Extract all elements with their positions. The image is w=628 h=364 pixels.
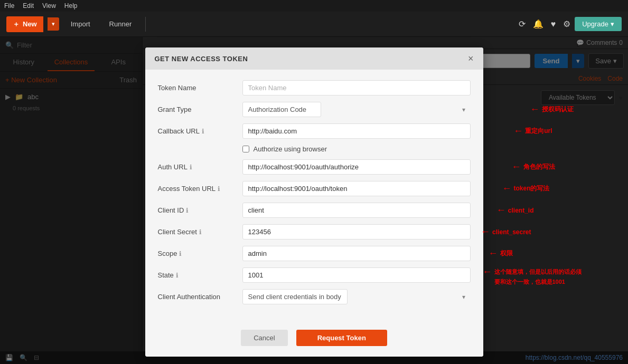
client-id-annotation: ← client_id	[496, 205, 534, 216]
modal-overlay: GET NEW ACCESS TOKEN × Token Name Grant …	[0, 37, 628, 364]
upgrade-button[interactable]: Upgrade ▾	[575, 17, 622, 31]
callback-url-label: Callback URL ℹ	[158, 127, 242, 135]
state-annotation: ← 这个随意填，但是以后用的话必须 要和这个一致，也就是1001	[483, 266, 582, 286]
cancel-button[interactable]: Cancel	[241, 330, 287, 346]
callback-url-annotation: ← 重定向url	[513, 126, 552, 137]
main-area: 🔍 History Collections APIs + New Collect…	[0, 37, 628, 364]
import-button[interactable]: Import	[63, 17, 98, 31]
content-area: 💬 Comments 0 GET Send ▾ Save ▾ Cookies C…	[143, 37, 628, 364]
client-id-label: Client ID ℹ	[158, 206, 242, 214]
client-secret-label: Client Secret ℹ	[158, 228, 242, 236]
access-token-url-annotation: ← token的写法	[502, 183, 549, 194]
auth-url-row: Auth URL ℹ ← 角色的写法	[158, 159, 471, 175]
new-dropdown-arrow[interactable]: ▾	[48, 17, 59, 31]
modal-close-button[interactable]: ×	[468, 54, 474, 63]
modal-header: GET NEW ACCESS TOKEN ×	[145, 47, 483, 70]
callback-url-row: Callback URL ℹ ← 重定向url	[158, 123, 471, 139]
runner-button[interactable]: Runner	[102, 17, 139, 31]
toolbar-divider	[145, 17, 146, 32]
menubar: File Edit View Help	[0, 0, 628, 12]
grant-type-select-wrapper: Authorization Code Implicit Password Cre…	[242, 102, 471, 117]
modal-title: GET NEW ACCESS TOKEN	[155, 55, 248, 63]
client-secret-info-icon[interactable]: ℹ	[199, 228, 202, 236]
upgrade-arrow-icon: ▾	[611, 20, 614, 28]
token-name-label: Token Name	[158, 84, 242, 92]
plus-icon: ＋	[13, 20, 20, 29]
client-id-row: Client ID ℹ ← client_id	[158, 203, 471, 218]
client-id-input[interactable]	[242, 203, 471, 218]
authorize-browser-row: Authorize using browser	[242, 145, 471, 153]
scope-annotation: ← 权限	[489, 248, 513, 259]
state-row: State ℹ ← 这个随意填，但是以后用的话必须 要和这个一致，也就是1001	[158, 267, 471, 283]
menu-view[interactable]: View	[42, 2, 56, 9]
token-name-row: Token Name	[158, 80, 471, 95]
token-name-input[interactable]	[242, 80, 471, 95]
modal-body: Token Name Grant Type Authorization Code…	[145, 70, 483, 321]
client-secret-annotation: ← client_secret	[481, 226, 531, 237]
access-token-url-input[interactable]	[242, 181, 471, 196]
grant-type-annotation: ← 授权码认证	[530, 104, 574, 115]
new-label: New	[23, 20, 37, 28]
client-secret-input[interactable]	[242, 224, 471, 240]
client-auth-select-wrapper: Send client credentials in body Send as …	[242, 289, 471, 304]
sync-icon[interactable]: ⟳	[519, 19, 526, 29]
scope-label: Scope ℹ	[158, 250, 242, 257]
state-input[interactable]	[242, 267, 471, 283]
get-new-access-token-modal: GET NEW ACCESS TOKEN × Token Name Grant …	[145, 47, 483, 357]
grant-type-row: Grant Type Authorization Code Implicit P…	[158, 102, 471, 117]
modal-footer: Cancel Request Token	[145, 321, 483, 357]
authorize-browser-label[interactable]: Authorize using browser	[254, 145, 327, 153]
authorize-browser-checkbox[interactable]	[242, 146, 249, 152]
client-auth-row: Client Authentication Send client creden…	[158, 289, 471, 304]
grant-type-select[interactable]: Authorization Code Implicit Password Cre…	[242, 102, 321, 117]
grant-type-label: Grant Type	[158, 106, 242, 113]
menu-edit[interactable]: Edit	[23, 2, 34, 9]
upgrade-label: Upgrade	[582, 20, 608, 28]
client-auth-label: Client Authentication	[158, 293, 242, 301]
state-info-icon[interactable]: ℹ	[176, 272, 179, 279]
auth-url-annotation: ← 角色的写法	[512, 161, 555, 173]
settings-icon[interactable]: ⚙	[563, 19, 570, 29]
access-token-url-info-icon[interactable]: ℹ	[218, 185, 220, 193]
callback-url-input[interactable]	[242, 123, 471, 139]
auth-url-input[interactable]	[242, 159, 471, 175]
scope-input[interactable]	[242, 246, 471, 261]
bell-icon[interactable]: 🔔	[533, 19, 543, 29]
state-label: State ℹ	[158, 271, 242, 279]
toolbar-icons: ⟳ 🔔 ♥ ⚙	[519, 19, 571, 29]
scope-info-icon[interactable]: ℹ	[179, 250, 182, 257]
access-token-url-label: Access Token URL ℹ	[158, 185, 242, 193]
menu-help[interactable]: Help	[64, 2, 78, 9]
auth-url-info-icon[interactable]: ℹ	[190, 164, 192, 171]
client-auth-select[interactable]: Send client credentials in body Send as …	[242, 289, 348, 304]
scope-row: Scope ℹ ← 权限	[158, 246, 471, 261]
heart-icon[interactable]: ♥	[551, 20, 556, 29]
menu-file[interactable]: File	[4, 2, 14, 9]
request-token-button[interactable]: Request Token	[296, 330, 387, 346]
auth-url-label: Auth URL ℹ	[158, 163, 242, 171]
access-token-url-row: Access Token URL ℹ ← token的写法	[158, 181, 471, 196]
toolbar: ＋ New ▾ Import Runner ⟳ 🔔 ♥ ⚙ Upgrade ▾	[0, 12, 628, 37]
client-id-info-icon[interactable]: ℹ	[186, 207, 189, 214]
new-button[interactable]: ＋ New	[6, 16, 43, 32]
client-secret-row: Client Secret ℹ ← client_secret	[158, 224, 471, 240]
callback-url-info-icon[interactable]: ℹ	[202, 128, 204, 135]
